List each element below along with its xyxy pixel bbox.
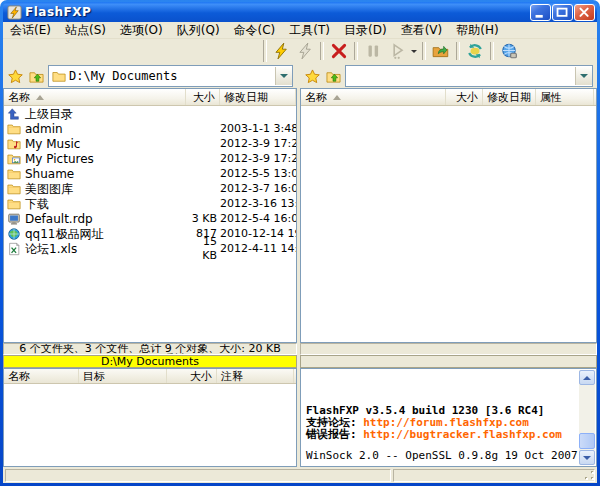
menu-item-6[interactable]: 目录(D)	[337, 22, 394, 38]
scroll-down-button[interactable]	[579, 450, 595, 465]
file-rdp-icon	[7, 212, 21, 226]
log-scrollbar[interactable]	[579, 370, 595, 465]
remote-path-input[interactable]	[346, 68, 575, 84]
toolbar-separator	[422, 42, 426, 60]
column-header-name[interactable]: 名称	[4, 369, 79, 383]
pause-button[interactable]	[361, 40, 385, 62]
folder-icon	[7, 122, 21, 136]
local-path-dropdown-button[interactable]	[275, 67, 292, 85]
list-item[interactable]: 论坛1.xls15 KB2012-4-11 14:00	[4, 241, 296, 256]
file-date: 2012-5-4 16:03	[220, 212, 296, 226]
list-item[interactable]: admin2003-1-1 3:48	[4, 121, 296, 136]
column-header-name[interactable]: 名称	[301, 89, 446, 105]
quick-disconnect-button[interactable]	[293, 40, 317, 62]
menu-item-3[interactable]: 队列(Q)	[170, 22, 227, 38]
toolbar-separator	[320, 42, 324, 60]
transfer-button[interactable]	[429, 40, 453, 62]
connect-button[interactable]	[269, 40, 293, 62]
local-path-input[interactable]	[69, 68, 275, 84]
column-header-comment[interactable]: 注释	[217, 369, 294, 383]
menu-item-8[interactable]: 帮助(H)	[449, 22, 505, 38]
menu-item-4[interactable]: 命令(C)	[227, 22, 283, 38]
list-item[interactable]: My Pictures2012-3-9 17:21	[4, 151, 296, 166]
queue-panel: 名称 目标 大小 注释	[3, 368, 297, 467]
file-name: My Music	[25, 137, 80, 151]
statusbar-pane-left	[5, 469, 391, 482]
lightning-gray-icon	[296, 42, 314, 60]
toolbar-separator	[354, 42, 358, 60]
column-header-attr[interactable]: 属性	[536, 89, 594, 105]
toolbar-divider	[263, 40, 267, 62]
column-header-date[interactable]: 修改日期	[483, 89, 536, 105]
list-item[interactable]: Default.rdp3 KB2012-5-4 16:03	[4, 211, 296, 226]
refresh-button[interactable]	[463, 40, 487, 62]
resume-dropdown-arrow[interactable]	[409, 40, 419, 62]
file-name: Shuame	[25, 167, 74, 181]
column-header-target[interactable]: 目标	[79, 369, 167, 383]
site-network-button[interactable]	[497, 40, 521, 62]
client-area: 会话(E)站点(S)选项(O)队列(Q)命令(C)工具(T)目录(D)查看(V)…	[3, 22, 597, 483]
resize-grip[interactable]	[584, 470, 596, 482]
local-path-bar: D:\My Documents	[3, 355, 297, 368]
play-icon	[388, 42, 406, 60]
remote-favorites-button[interactable]	[303, 67, 321, 85]
queue-header: 名称 目标 大小 注释	[4, 369, 296, 384]
abort-button[interactable]	[327, 40, 351, 62]
maximize-button[interactable]	[552, 4, 573, 21]
menu-item-5[interactable]: 工具(T)	[282, 22, 337, 38]
local-file-list: 名称 大小 修改日期 上级目录admin2003-1-1 3:48My Musi…	[3, 88, 297, 343]
toolbar-separator	[456, 42, 460, 60]
local-up-directory-button[interactable]	[27, 67, 45, 85]
file-name: 美图图库	[25, 182, 73, 196]
local-path-combobox[interactable]	[48, 65, 293, 87]
flashfxp-app-icon	[7, 5, 22, 20]
resume-button[interactable]	[385, 40, 409, 62]
file-size: 3 KB	[186, 212, 220, 226]
column-header-date[interactable]: 修改日期	[220, 89, 296, 105]
list-item[interactable]: My Music2012-3-9 17:21	[4, 136, 296, 151]
refresh-icon	[466, 42, 484, 60]
window-title: FlashFXP	[25, 5, 529, 19]
log-winsock-line: WinSock 2.0 -- OpenSSL 0.9.8g 19 Oct 200…	[306, 450, 576, 462]
list-item[interactable]: Shuame2012-5-5 13:06	[4, 166, 296, 181]
list-item[interactable]: qq11极品网址8172010-12-14 19:11	[4, 226, 296, 241]
file-date: 2012-3-16 13:25	[220, 197, 296, 211]
column-header-size[interactable]: 大小	[446, 89, 483, 105]
list-item[interactable]: 上级目录	[4, 106, 296, 121]
file-date: 2010-12-14 19:11	[220, 227, 296, 241]
folder-icon	[7, 167, 21, 181]
menu-item-0[interactable]: 会话(E)	[3, 22, 58, 38]
remote-path-bar	[300, 355, 597, 368]
remote-path-combobox[interactable]	[345, 65, 593, 87]
file-date: 2012-3-7 16:00	[220, 182, 296, 196]
bugtracker-link[interactable]: http://bugtracker.flashfxp.com	[363, 428, 562, 441]
scroll-up-button[interactable]	[579, 370, 595, 385]
lightning-icon	[272, 42, 290, 60]
remote-path-dropdown-button[interactable]	[575, 67, 592, 85]
menu-item-7[interactable]: 查看(V)	[394, 22, 450, 38]
remote-address-bar	[300, 64, 597, 88]
menu-item-1[interactable]: 站点(S)	[58, 22, 113, 38]
pause-icon	[364, 42, 382, 60]
local-address-bar	[3, 64, 297, 88]
titlebar[interactable]: FlashFXP	[3, 2, 597, 22]
remote-up-directory-button[interactable]	[324, 67, 342, 85]
file-xls-icon	[7, 242, 21, 256]
column-header-size[interactable]: 大小	[167, 369, 217, 383]
minimize-button[interactable]	[530, 4, 551, 21]
folder-pictures-icon	[7, 152, 21, 166]
file-name: Default.rdp	[25, 212, 93, 226]
local-favorites-button[interactable]	[6, 67, 24, 85]
close-button[interactable]	[574, 4, 595, 21]
statusbar-pane-right	[393, 469, 595, 482]
file-name: admin	[25, 122, 63, 136]
list-item[interactable]: 美图图库2012-3-7 16:00	[4, 181, 296, 196]
column-header-name[interactable]: 名称	[4, 89, 186, 105]
list-item[interactable]: 下载2012-3-16 13:25	[4, 196, 296, 211]
file-size: 15 KB	[186, 235, 220, 263]
menu-item-2[interactable]: 选项(O)	[113, 22, 170, 38]
file-name: 下载	[25, 197, 49, 211]
file-name: qq11极品网址	[25, 227, 104, 241]
column-header-size[interactable]: 大小	[186, 89, 220, 105]
scroll-thumb[interactable]	[579, 433, 595, 449]
